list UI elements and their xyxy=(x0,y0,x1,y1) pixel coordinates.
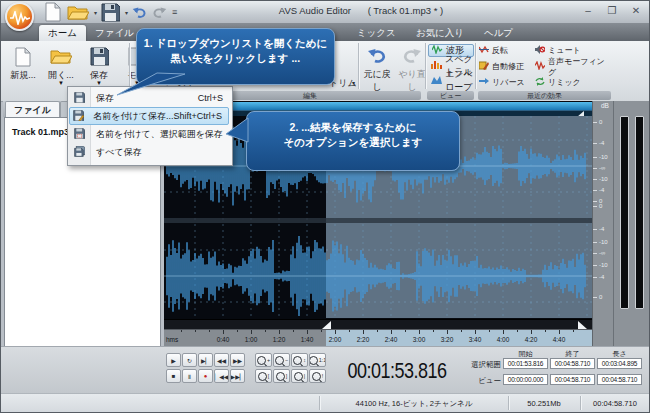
tab-ヘルプ[interactable]: ヘルプ xyxy=(475,25,522,41)
effect-label: 反転 xyxy=(492,45,508,56)
logo-wave-icon xyxy=(10,11,30,25)
callout2-line1: 2. ...結果を保存するために xyxy=(247,120,459,135)
qat-new-document-icon[interactable] xyxy=(43,5,63,20)
qat-toolbar-options-icon[interactable]: ≡ xyxy=(171,5,178,20)
ruler-minor-tick xyxy=(335,330,336,332)
callout2-tail xyxy=(226,116,250,146)
effect-label: 音声モーフィング xyxy=(548,56,611,78)
transport-button-record[interactable]: ● xyxy=(198,369,213,383)
group-separator xyxy=(425,43,427,89)
group-separator xyxy=(475,43,477,89)
view-mode-envelope[interactable]: エンベロープ xyxy=(428,74,474,87)
zoom-glyph: ↕ xyxy=(303,357,306,363)
save-floppy-icon xyxy=(88,47,110,69)
status-bar: 44100 Hz, 16-ビット, 2チャンネル 50.251Mb 00:04:… xyxy=(1,393,649,413)
selection-start-handle-icon[interactable] xyxy=(322,321,331,329)
minimize-button[interactable]: – xyxy=(581,4,595,18)
effect-remix-button[interactable]: リミック xyxy=(535,76,581,89)
db-tick-label: -4 xyxy=(593,140,613,146)
zoom-button-zoom-selection[interactable]: [ xyxy=(255,369,272,383)
db-tick-label: -10 xyxy=(593,154,613,160)
callout2-line2: そのオプションを選択します xyxy=(247,135,459,150)
timeline-ruler[interactable]: hms 0:401:001:201:402:002:202:403:003:20… xyxy=(164,329,592,346)
ruler-tick-label: 3:00 xyxy=(413,336,426,343)
ruler-minor-tick xyxy=(573,330,574,332)
ruler-tick-label: 3:40 xyxy=(469,336,482,343)
ruler-minor-tick xyxy=(181,330,182,332)
window-controls: – ❐ ✕ xyxy=(581,4,643,18)
redo-icon xyxy=(402,46,422,64)
effect-autocorrect-button[interactable]: 自動修正 xyxy=(479,60,524,73)
ruler-minor-tick xyxy=(517,330,518,332)
ribbon-new-button[interactable]: 新規... xyxy=(5,44,41,98)
transport-button-rewind[interactable]: ◀◀ xyxy=(214,353,229,367)
tab-ホーム[interactable]: ホーム xyxy=(39,25,86,41)
selection-end-handle-icon[interactable] xyxy=(578,321,587,329)
menu-item-save-selection[interactable]: 名前を付けて、選択範囲を保存 xyxy=(69,125,229,143)
tab-ファイル[interactable]: ファイル xyxy=(86,25,143,41)
zoom-button-zoom-reset[interactable]: ] xyxy=(273,369,290,383)
save-icon xyxy=(69,89,90,107)
transport-button-pause[interactable]: Ⅱ xyxy=(182,369,197,383)
transport-button-play[interactable]: ▶ xyxy=(166,353,181,367)
menu-item-label: 保存 xyxy=(96,92,114,105)
left-panel-tab-ファイル[interactable]: ファイル xyxy=(5,101,60,118)
ruler-minor-tick xyxy=(475,330,476,332)
ruler-minor-tick xyxy=(447,330,448,332)
info-value-start: 00:00:00.000 xyxy=(503,374,548,385)
close-button[interactable]: ✕ xyxy=(629,4,643,18)
undo-icon xyxy=(367,46,387,64)
effect-morph-button[interactable]: 音声モーフィング xyxy=(535,60,611,73)
qat-dropdown-arrow-icon[interactable]: ▾ xyxy=(94,9,97,16)
ruler-minor-tick xyxy=(321,330,322,332)
redo-button[interactable]: やり直し ▾ xyxy=(395,44,429,98)
magnifier-icon xyxy=(293,356,302,365)
ruler-minor-tick xyxy=(195,330,196,332)
effect-label: 自動修正 xyxy=(492,61,524,72)
db-tick-label: 0 xyxy=(593,294,613,300)
zoom-controls: +−↕1:1[]|! xyxy=(255,353,326,383)
zoom-button-zoom-out[interactable]: − xyxy=(273,353,290,367)
qat-dropdown-arrow-icon[interactable]: ▾ xyxy=(125,9,128,16)
transport-button-go-to-end[interactable]: ▶▶▏ xyxy=(230,369,245,383)
transport-button-stop[interactable]: ■ xyxy=(166,369,181,383)
transport-button-loop[interactable]: ↻ xyxy=(182,353,197,367)
zoom-button-zoom-in[interactable]: + xyxy=(255,353,272,367)
qat-redo-icon[interactable] xyxy=(151,5,168,20)
info-value-end: 00:04:58.710 xyxy=(550,374,595,385)
spectral-icon xyxy=(431,60,442,71)
effect-invert-button[interactable]: 反転 xyxy=(479,44,508,57)
zoom-glyph: − xyxy=(285,357,288,363)
qat-save-floppy-icon[interactable] xyxy=(100,5,121,20)
menu-item-save-all[interactable]: すべて保存 xyxy=(69,143,229,161)
effect-label: ミュート xyxy=(548,45,581,56)
undo-button[interactable]: 元に戻し ▾ xyxy=(360,44,394,98)
transport-button-go-to-start[interactable]: ▏◀◀ xyxy=(214,369,229,383)
menu-item-save-as[interactable]: 名前を付けて保存...Shift+Ctrl+S xyxy=(69,107,229,125)
tab-お気に入り[interactable]: お気に入り xyxy=(407,25,473,41)
ruler-minor-tick xyxy=(237,330,238,332)
info-value-start: 00:01:53.816 xyxy=(503,358,548,369)
trim-dropdown-arrow-icon[interactable]: ▾ xyxy=(352,79,355,86)
callout1-line1: 1. ドロップダウンリストを開くために xyxy=(137,36,334,51)
qat-open-folder-icon[interactable] xyxy=(66,5,90,20)
transport-button-play-to-end[interactable]: ▶▏ xyxy=(198,353,213,367)
magnifier-icon xyxy=(275,356,284,365)
zoom-glyph: ] xyxy=(286,373,288,379)
transport-button-fast-forward[interactable]: ▶▶ xyxy=(230,353,245,367)
zoom-button-zoom-vertical[interactable]: ↕ xyxy=(291,353,308,367)
morph-icon xyxy=(535,61,545,72)
tab-ミックス[interactable]: ミックス xyxy=(348,25,405,41)
ruler-minor-tick xyxy=(391,330,392,332)
ribbon-button-label: 開く... xyxy=(43,70,79,80)
zoom-button-zoom-full[interactable]: ! xyxy=(309,369,326,383)
effect-reverse-button[interactable]: リバース xyxy=(479,76,525,89)
maximize-button[interactable]: ❐ xyxy=(605,4,619,18)
ruler-minor-tick xyxy=(461,330,462,332)
button-row: ▶↻▶▏◀◀▶▶ xyxy=(166,353,245,367)
ruler-tick-label: 2:00 xyxy=(329,336,342,343)
zoom-button-zoom-1-1[interactable]: 1:1 xyxy=(309,353,326,367)
selection-scrollbar[interactable] xyxy=(164,319,592,329)
zoom-button-zoom-cursor[interactable]: | xyxy=(291,369,308,383)
qat-undo-icon[interactable] xyxy=(131,5,148,20)
